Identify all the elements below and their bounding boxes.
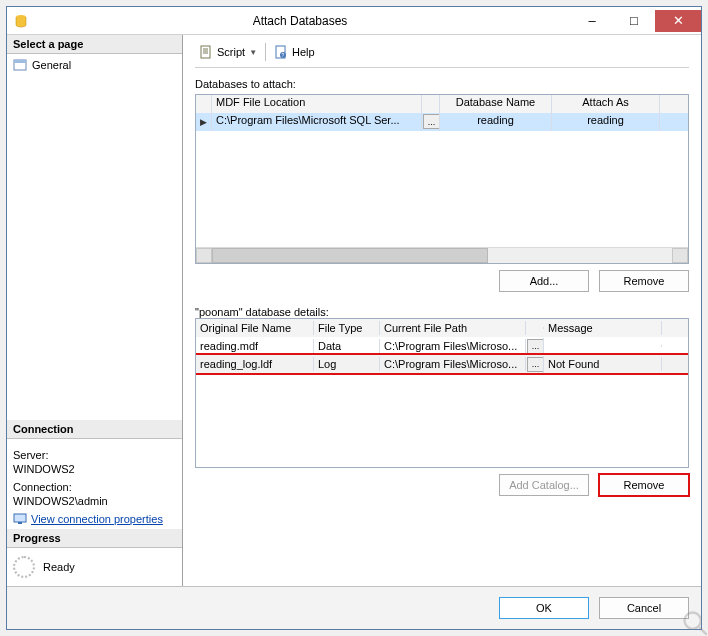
view-connection-properties-link[interactable]: View connection properties: [13, 513, 176, 525]
dialog-footer: OK Cancel: [7, 586, 701, 629]
svg-rect-2: [14, 60, 26, 63]
monitor-icon: [13, 513, 27, 525]
sidebar: Select a page General Connection Server:…: [7, 35, 183, 586]
attach-row-dbname: reading: [440, 113, 552, 131]
details-row-orig: reading_log.ldf: [196, 357, 314, 371]
row-indicator-icon: ▶: [200, 117, 207, 127]
help-button[interactable]: ? Help: [270, 43, 319, 61]
script-button[interactable]: Script ▼: [195, 43, 261, 61]
col-attach-as[interactable]: Attach As: [552, 95, 660, 113]
col-mdf[interactable]: MDF File Location: [212, 95, 422, 113]
toolbar: Script ▼ ? Help: [195, 43, 689, 68]
page-icon: [13, 58, 27, 72]
details-row-path: C:\Program Files\Microso...: [380, 357, 526, 371]
svg-rect-3: [14, 514, 26, 522]
close-button[interactable]: ✕: [655, 10, 701, 32]
col-dbname[interactable]: Database Name: [440, 95, 552, 113]
svg-rect-4: [18, 522, 22, 524]
attach-row-mdf: C:\Program Files\Microsoft SQL Ser...: [212, 113, 422, 131]
col-message[interactable]: Message: [544, 321, 662, 335]
progress-spinner-icon: [13, 556, 35, 578]
progress-status: Ready: [43, 561, 75, 573]
script-icon: [199, 45, 213, 59]
browse-mdf-button[interactable]: ...: [423, 114, 440, 129]
databases-to-attach-label: Databases to attach:: [195, 78, 689, 90]
connection-label: Connection:: [13, 481, 176, 493]
add-database-button[interactable]: Add...: [499, 270, 589, 292]
details-row-path: C:\Program Files\Microso...: [380, 339, 526, 353]
svg-rect-5: [201, 46, 210, 58]
details-row-highlighted[interactable]: reading_log.ldf Log C:\Program Files\Mic…: [196, 355, 688, 373]
connection-value: WINDOWS2\admin: [13, 495, 176, 507]
server-value: WINDOWS2: [13, 463, 176, 475]
help-button-label: Help: [292, 46, 315, 58]
titlebar: Attach Databases – □ ✕: [7, 7, 701, 35]
browse-path-button[interactable]: ...: [527, 339, 544, 354]
col-path[interactable]: Current File Path: [380, 321, 526, 335]
details-row-orig: reading.mdf: [196, 339, 314, 353]
cancel-button[interactable]: Cancel: [599, 597, 689, 619]
script-button-label: Script: [217, 46, 245, 58]
chevron-down-icon: ▼: [249, 48, 257, 57]
progress-header: Progress: [7, 529, 182, 548]
svg-text:?: ?: [282, 52, 285, 58]
window-title: Attach Databases: [29, 14, 571, 28]
details-grid[interactable]: Original File Name File Type Current Fil…: [195, 318, 689, 468]
minimize-button[interactable]: –: [571, 10, 613, 32]
app-icon: [13, 13, 29, 29]
sidebar-item-label: General: [32, 59, 71, 71]
attach-grid[interactable]: MDF File Location Database Name Attach A…: [195, 94, 689, 264]
database-details-label: "poonam" database details:: [195, 306, 689, 318]
magnifier-icon: [681, 609, 708, 636]
details-row-ftype: Data: [314, 339, 380, 353]
server-label: Server:: [13, 449, 176, 461]
remove-file-button[interactable]: Remove: [599, 474, 689, 496]
attach-row[interactable]: ▶ C:\Program Files\Microsoft SQL Ser... …: [196, 113, 688, 131]
ok-button[interactable]: OK: [499, 597, 589, 619]
attach-grid-hscroll[interactable]: [196, 247, 688, 263]
details-row-ftype: Log: [314, 357, 380, 371]
browse-path-button[interactable]: ...: [527, 357, 544, 372]
maximize-button[interactable]: □: [613, 10, 655, 32]
attach-databases-window: Attach Databases – □ ✕ Select a page Gen…: [6, 6, 702, 630]
view-connection-properties-label: View connection properties: [31, 513, 163, 525]
col-orig[interactable]: Original File Name: [196, 321, 314, 335]
connection-header: Connection: [7, 420, 182, 439]
svg-line-10: [699, 627, 707, 635]
remove-database-button[interactable]: Remove: [599, 270, 689, 292]
main-panel: Script ▼ ? Help Databases to attach: MDF…: [183, 35, 701, 586]
details-row-message: [544, 345, 662, 347]
details-row[interactable]: reading.mdf Data C:\Program Files\Micros…: [196, 337, 688, 355]
attach-row-attachas[interactable]: reading: [552, 113, 660, 131]
help-icon: ?: [274, 45, 288, 59]
select-page-header: Select a page: [7, 35, 182, 54]
details-row-message: Not Found: [544, 357, 662, 371]
col-ftype[interactable]: File Type: [314, 321, 380, 335]
svg-point-9: [685, 613, 701, 629]
add-catalog-button: Add Catalog...: [499, 474, 589, 496]
sidebar-item-general[interactable]: General: [13, 58, 176, 72]
